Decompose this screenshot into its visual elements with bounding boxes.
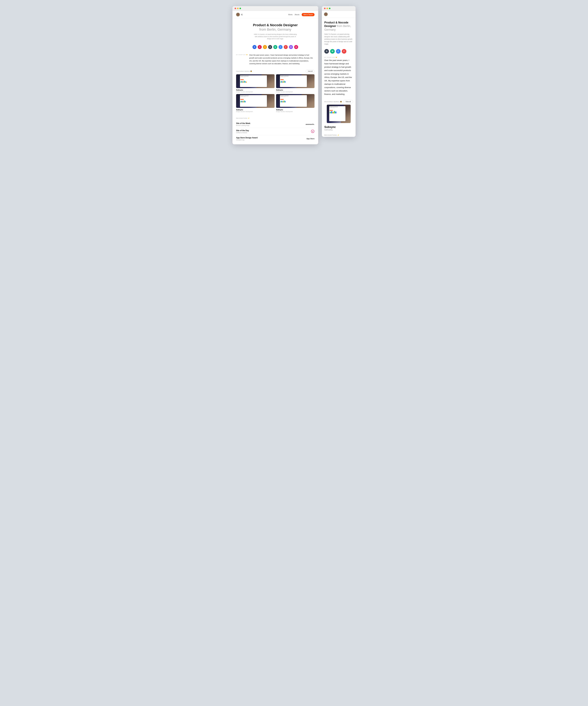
- narrow-work-thumb: Streamline Your Subscriptio One Platform…: [327, 105, 351, 123]
- tablet-title-2: Streamline Your Subscriptio: [280, 76, 306, 77]
- recognition-title-1: Site of the Week: [236, 122, 250, 124]
- narrow-hero-section: Product & NocodeDesigner from Berlin,Ger…: [322, 18, 355, 47]
- hero-title: Product & Nocode Designer: [239, 23, 312, 28]
- recognition-info-3: App Store Design Award Compton App: [236, 137, 258, 141]
- narrow-tool-framer: F: [342, 49, 346, 54]
- narrow-tablet-title: Streamline Your Subscriptio: [330, 107, 345, 107]
- narrow-hero-desc: Hello! I'm Kareem, an award-winning desi…: [324, 33, 353, 45]
- tablet-overlay-4: Streamline Your Subscriptio One Platform…: [280, 95, 307, 107]
- bio-text: Over the past seven years, I have harnes…: [249, 54, 314, 65]
- recognitions-label: RECOGNITIONS ⚡: [236, 118, 314, 119]
- narrow-work-thumb-wrapper: Streamline Your Subscriptio One Platform…: [322, 105, 355, 124]
- tool-icon-miro: M: [273, 45, 277, 49]
- tools-icons-row: W G S N M C F W M: [233, 43, 318, 51]
- work-tags-3: Design, Nocode, Development: [236, 111, 275, 112]
- tablet-title-1: Streamline Your Subscriptio: [240, 76, 266, 77]
- left-browser-content: 🐻 d| Works Abouts Get in Touch Product &…: [233, 11, 318, 144]
- featured-works-view-all-button[interactable]: View all: [306, 70, 314, 73]
- narrow-work-name: Subsync: [322, 124, 355, 129]
- work-card-2: Streamline Your Subscriptio One Platform…: [276, 74, 314, 92]
- hero-subtitle: from Berlin, Germany: [239, 28, 312, 32]
- close-dot-right[interactable]: [324, 8, 326, 9]
- maximize-dot[interactable]: [240, 8, 241, 9]
- work-tags-4: Design, Nocode, Development: [276, 111, 314, 112]
- minimize-dot-right[interactable]: [327, 8, 328, 9]
- narrow-bio-label: MY SHORT BIO 🤝: [322, 55, 355, 59]
- tablet-overlay-3: Streamline Your Subscriptio One Platform…: [240, 95, 267, 107]
- tablet-btn-4: Get started: [280, 99, 284, 100]
- tablet-sub-2: One Platform, Total Contr: [280, 77, 306, 77]
- recognition-row-3: App Store Design Award Compton App App S…: [236, 135, 314, 142]
- minimize-dot[interactable]: [237, 8, 239, 9]
- tool-icon-sketch: S: [263, 45, 267, 49]
- work-card-4: Streamline Your Subscriptio One Platform…: [276, 94, 314, 112]
- work-card-3: Streamline Your Subscriptio One Platform…: [236, 94, 275, 112]
- narrow-tablet-chart: [330, 112, 345, 113]
- narrow-tool-craft: C: [336, 49, 341, 54]
- narrow-work-subheading: Subheading: [322, 129, 355, 132]
- work-name-3: Subsync: [236, 109, 275, 111]
- narrow-featured-header: FEATURED WORKS 🧑 View all: [322, 98, 355, 105]
- narrow-navbar: 🐻: [322, 11, 355, 18]
- recognition-title-2: Site of the Day: [236, 129, 249, 131]
- tool-icon-gsap: G: [258, 45, 262, 49]
- tablet-title-3: Streamline Your Subscriptio: [240, 95, 266, 96]
- bio-label: MY SHORT BIO 🤝: [236, 54, 247, 65]
- recognition-subtitle-1: Brooch Landing Page: [236, 125, 250, 126]
- work-card-1: Streamline Your Subscriptio One Platform…: [236, 74, 275, 92]
- awwwards-logo: awwwards.: [306, 123, 314, 125]
- dribbble-logo: [311, 129, 314, 133]
- narrow-tools-row: N M C F: [322, 47, 355, 55]
- right-browser-window: 🐻 Product & NocodeDesigner from Berlin,G…: [322, 6, 355, 137]
- work-name-1: Subsync: [236, 89, 275, 91]
- work-name-4: Subsync: [276, 109, 314, 111]
- recognition-subtitle-3: Compton App: [236, 139, 258, 141]
- recognition-info-1: Site of the Week Brooch Landing Page: [236, 122, 250, 126]
- tablet-sub-1: One Platform, Total Contr: [240, 77, 266, 77]
- recognition-row-2: Site of the Day Defillama Website: [236, 128, 314, 135]
- nav-works-link[interactable]: Works: [288, 14, 292, 15]
- navbar: 🐻 d| Works Abouts Get in Touch: [233, 11, 318, 18]
- work-thumb-1: Streamline Your Subscriptio One Platform…: [236, 74, 275, 88]
- nav-links: Works Abouts Get in Touch: [288, 13, 314, 16]
- nav-logo: d|: [241, 13, 243, 15]
- recognition-title-3: App Store Design Award: [236, 137, 258, 139]
- featured-works-title: FEATURED WORKS 🧑: [236, 71, 252, 72]
- left-browser-window: 🐻 d| Works Abouts Get in Touch Product &…: [233, 6, 318, 144]
- works-grid: Streamline Your Subscriptio One Platform…: [233, 74, 318, 115]
- narrow-tablet-overlay: Streamline Your Subscriptio One Platform…: [329, 106, 345, 121]
- narrow-bio-text: Over the past seven years, I have harnes…: [322, 59, 355, 98]
- nav-abouts-link[interactable]: Abouts: [295, 14, 299, 15]
- tool-icon-marvel: M: [294, 45, 298, 49]
- narrow-tool-notion: N: [324, 49, 329, 54]
- recognition-info-2: Site of the Day Defillama Website: [236, 129, 249, 133]
- hero-section: Product & Nocode Designer from Berlin, G…: [233, 18, 318, 43]
- narrow-view-all-button[interactable]: View all: [343, 100, 353, 104]
- hero-description: Hello! I'm Kareem, an award-winning desi…: [254, 33, 297, 40]
- maximize-dot-right[interactable]: [329, 8, 330, 9]
- work-tags-1: Design, Nocode, Development: [236, 91, 275, 92]
- work-tags-2: Design, Nocode, Development: [276, 91, 314, 92]
- work-name-2: Subsync: [276, 89, 314, 91]
- get-in-touch-button[interactable]: Get in Touch: [302, 13, 314, 16]
- tablet-chart-4: [280, 101, 306, 102]
- work-thumb-2: Streamline Your Subscriptio One Platform…: [276, 74, 314, 88]
- tablet-overlay-1: Streamline Your Subscriptio One Platform…: [240, 75, 267, 87]
- titlebar-left: [233, 6, 318, 11]
- narrow-tablet-sub: One Platform, Total Contr: [330, 108, 345, 108]
- right-browser-content: 🐻 Product & NocodeDesigner from Berlin,G…: [322, 11, 355, 137]
- work-thumb-4: Streamline Your Subscriptio One Platform…: [276, 94, 314, 108]
- tablet-btn-2: Get started: [280, 79, 284, 80]
- close-dot[interactable]: [235, 8, 236, 9]
- narrow-tablet-btn: Get started: [330, 110, 333, 111]
- tool-icon-craft: C: [279, 45, 283, 49]
- tablet-sub-4: One Platform, Total Contr: [280, 96, 306, 97]
- recognitions-section: RECOGNITIONS ⚡ Site of the Week Brooch L…: [233, 115, 318, 144]
- tablet-chart-3: [240, 101, 266, 102]
- narrow-hero-title: Product & NocodeDesigner from Berlin,Ger…: [324, 21, 353, 32]
- nav-left: 🐻 d|: [236, 13, 243, 16]
- appstore-logo: App Store: [306, 138, 314, 140]
- narrow-recognitions-label: RECOGNITIONS ⚡: [322, 132, 355, 137]
- work-thumb-3: Streamline Your Subscriptio One Platform…: [236, 94, 275, 108]
- tool-icon-framer: F: [284, 45, 288, 49]
